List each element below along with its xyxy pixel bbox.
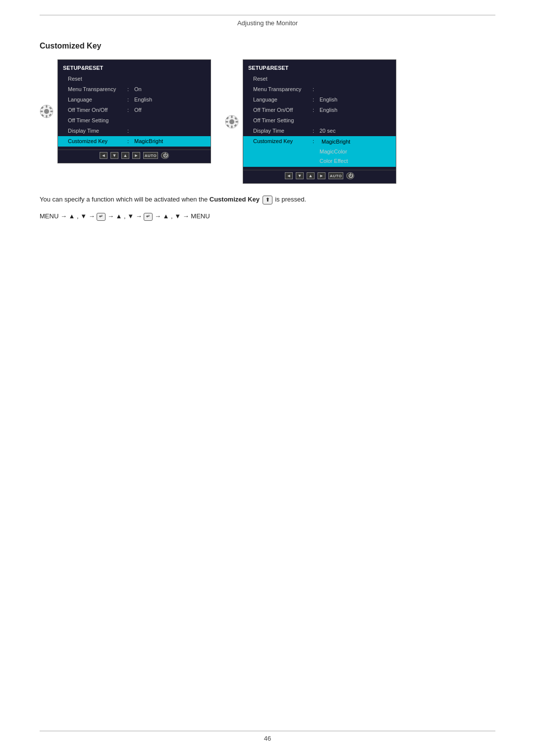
osd-power-btn: ⏻ [161, 152, 169, 159]
osd-up-btn: ▲ [121, 152, 129, 159]
osd-power-btn: ⏻ [346, 172, 354, 179]
osd-row-highlighted: Customized Key : MagicBright MagicColor … [243, 136, 396, 167]
svg-point-1 [44, 109, 49, 114]
osd-auto-btn: AUTO [143, 152, 158, 159]
osd-row: Menu Transparency : [243, 84, 396, 95]
osd-row: Off Timer On/Off : English [243, 105, 396, 115]
bottom-rule [40, 731, 495, 731]
page-header: Adjusting the Monitor [40, 19, 495, 27]
osd-right-btn: ► [318, 172, 325, 179]
description-paragraph: You can specify a function which will be… [40, 195, 495, 205]
osd-down-btn: ▼ [110, 152, 118, 159]
osd-row: Language : English [58, 95, 211, 105]
left-osd-title: SETUP&RESET [58, 64, 211, 74]
nav-sequence: MENU → ▲ , ▼ → ↵ → ▲ , ▼ → ↵ → ▲ , ▼ → M… [40, 211, 495, 222]
osd-row: Menu Transparency : On [58, 84, 211, 95]
osd-row: Display Time : 20 sec [243, 126, 396, 136]
osd-row: Reset [58, 74, 211, 84]
svg-rect-3 [46, 115, 48, 118]
gear-icon [40, 104, 54, 118]
dropdown-option: MagicColor [320, 147, 352, 156]
right-osd-title: SETUP&RESET [243, 64, 396, 74]
right-osd-wrapper: SETUP&RESET Reset Menu Transparency : La… [225, 59, 396, 184]
osd-left-btn: ◄ [285, 172, 293, 179]
svg-rect-5 [51, 111, 53, 112]
osd-row: Off Timer Setting [243, 115, 396, 126]
svg-rect-2 [46, 105, 48, 108]
description-text-start: You can specify a function which will be… [40, 196, 210, 203]
svg-rect-15 [236, 121, 238, 122]
gear-icon-right [225, 115, 239, 129]
screenshots-row: SETUP&RESET Reset Menu Transparency : On… [40, 59, 495, 184]
left-osd-bottom-bar: ◄ ▼ ▲ ► AUTO ⏻ [58, 150, 211, 160]
svg-rect-12 [231, 115, 233, 118]
customized-key-bold: Customized Key [210, 196, 260, 203]
osd-row: Language : English [243, 95, 396, 105]
osd-row: Reset [243, 74, 396, 84]
dropdown-selected: MagicBright [320, 137, 352, 147]
top-rule [40, 15, 495, 15]
osd-row-highlighted: Customized Key : MagicBright [58, 136, 211, 147]
right-osd-panel: SETUP&RESET Reset Menu Transparency : La… [243, 59, 396, 184]
svg-rect-14 [226, 121, 228, 122]
description-text-end: is pressed. [275, 196, 306, 203]
svg-rect-13 [231, 125, 233, 128]
osd-auto-btn: AUTO [328, 172, 343, 179]
osd-row: Display Time : [58, 126, 211, 136]
osd-left-btn: ◄ [100, 152, 107, 159]
dropdown-option: Color Effect [320, 156, 352, 166]
osd-up-btn: ▲ [307, 172, 315, 179]
svg-rect-4 [41, 111, 43, 112]
svg-point-11 [229, 119, 234, 124]
osd-down-btn: ▼ [296, 172, 304, 179]
osd-row: Off Timer On/Off : Off [58, 105, 211, 115]
page-container: Adjusting the Monitor Customized Key SET… [0, 0, 535, 252]
section-title: Customized Key [40, 42, 495, 50]
left-osd-wrapper: SETUP&RESET Reset Menu Transparency : On… [40, 59, 211, 163]
header-title: Adjusting the Monitor [237, 19, 298, 27]
right-osd-bottom-bar: ◄ ▼ ▲ ► AUTO ⏻ [243, 170, 396, 180]
osd-row: Off Timer Setting [58, 115, 211, 126]
left-osd-panel: SETUP&RESET Reset Menu Transparency : On… [57, 59, 211, 163]
page-number: 46 [264, 735, 271, 742]
key-icon-inline: ⬆ [263, 196, 272, 204]
osd-right-btn: ► [132, 152, 140, 159]
